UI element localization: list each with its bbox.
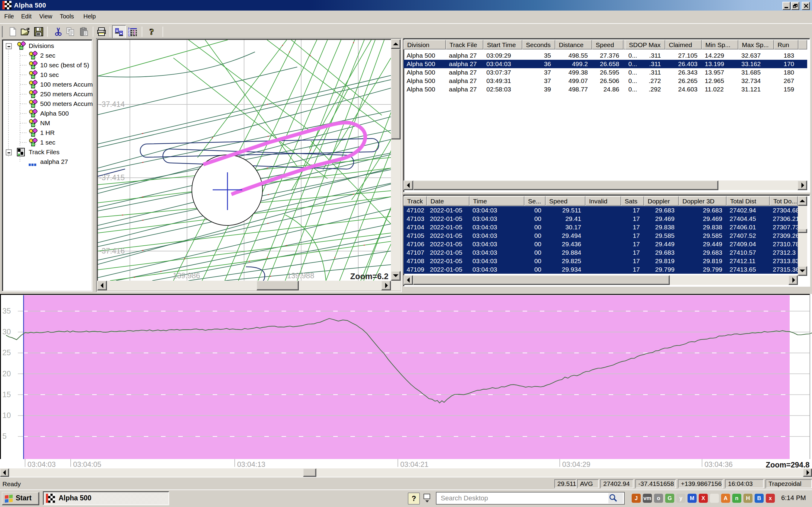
svg-text:35: 35 — [2, 306, 11, 315]
svg-text:-37.416: -37.416 — [99, 246, 125, 255]
svg-text:-37.414: -37.414 — [99, 100, 125, 108]
svg-text:Zoom=6.2: Zoom=6.2 — [350, 272, 389, 281]
svg-text:139.988: 139.988 — [287, 271, 314, 280]
svg-text:15: 15 — [2, 390, 11, 399]
svg-text:20: 20 — [2, 370, 11, 378]
svg-text:?: ? — [150, 27, 154, 37]
svg-text:03:04:36: 03:04:36 — [704, 460, 732, 468]
svg-text:Zoom=294.8: Zoom=294.8 — [766, 460, 810, 468]
svg-text:03:04:05: 03:04:05 — [73, 460, 101, 468]
svg-text:03:04:21: 03:04:21 — [400, 460, 428, 468]
svg-text:25: 25 — [2, 348, 11, 357]
svg-text:03:04:13: 03:04:13 — [237, 460, 265, 468]
svg-text:30: 30 — [2, 327, 11, 336]
svg-text:10: 10 — [2, 411, 11, 419]
svg-text:-37.415: -37.415 — [99, 173, 125, 182]
svg-text:03:04:29: 03:04:29 — [562, 460, 590, 468]
svg-text:03:04:03: 03:04:03 — [28, 460, 56, 468]
svg-text:5: 5 — [2, 432, 7, 440]
svg-text:139.986: 139.986 — [173, 271, 200, 280]
